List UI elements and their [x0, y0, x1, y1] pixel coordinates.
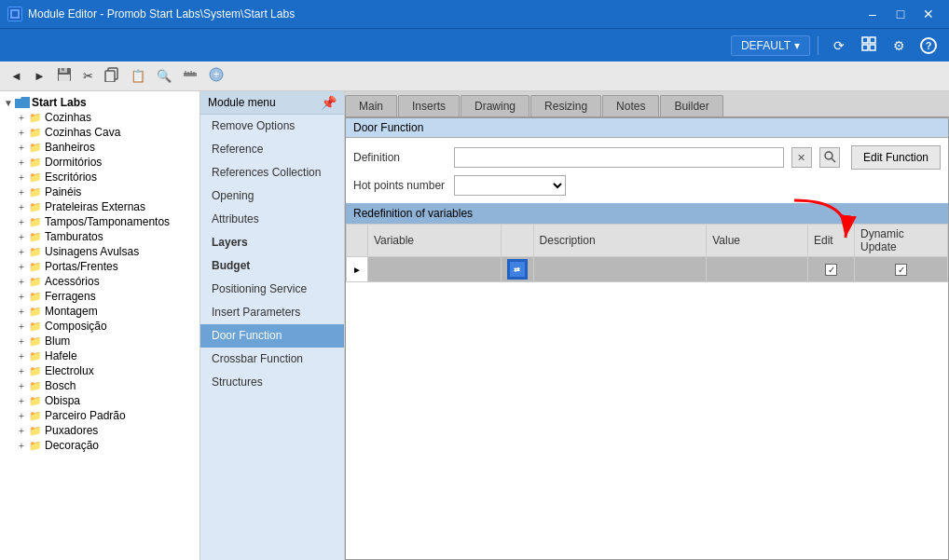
list-item[interactable]: + 📁 Puxadores	[0, 423, 199, 438]
clear-definition-button[interactable]: ✕	[791, 147, 812, 168]
tree-toggle[interactable]: +	[15, 305, 28, 318]
back-button[interactable]: ◄	[6, 65, 27, 88]
menu-item-positioning-service[interactable]: Positioning Service	[200, 278, 344, 301]
tree-toggle[interactable]: +	[15, 215, 28, 228]
tree-toggle[interactable]: +	[15, 141, 28, 154]
close-button[interactable]: ✕	[915, 5, 942, 23]
tree-toggle[interactable]: +	[15, 275, 28, 288]
paste-button[interactable]: 📋	[126, 65, 150, 88]
tree-toggle[interactable]: +	[15, 126, 28, 139]
add-button[interactable]: +	[204, 65, 228, 88]
edit-function-button[interactable]: Edit Function	[851, 145, 941, 170]
list-item[interactable]: + 📁 Ferragens	[0, 289, 199, 304]
tree-toggle[interactable]: +	[15, 200, 28, 213]
tab-drawing[interactable]: Drawing	[461, 95, 530, 116]
save-button[interactable]	[52, 65, 76, 88]
menu-item-layers[interactable]: Layers	[200, 231, 344, 254]
tree-toggle[interactable]: +	[15, 320, 28, 333]
copy-button[interactable]	[100, 65, 124, 88]
browse-definition-button[interactable]	[819, 147, 840, 168]
list-item[interactable]: + 📁 Escritórios	[0, 170, 199, 184]
tree-toggle[interactable]: +	[15, 439, 28, 452]
list-item[interactable]: + 📁 Electrolux	[0, 363, 199, 378]
refresh-button[interactable]: ⟳	[826, 34, 852, 58]
pin-icon[interactable]: 📌	[321, 95, 337, 110]
tab-main[interactable]: Main	[345, 95, 397, 116]
tree-toggle[interactable]: +	[15, 409, 28, 422]
edit-checkbox[interactable]	[825, 264, 837, 276]
tab-resizing[interactable]: Resizing	[530, 95, 601, 116]
list-item[interactable]: + 📁 Bosch	[0, 378, 199, 393]
menu-item-attributes[interactable]: Attributes	[200, 208, 344, 231]
list-item[interactable]: + 📁 Tamburatos	[0, 229, 199, 244]
menu-item-references-collection[interactable]: References Collection	[200, 161, 344, 184]
grid-icon	[861, 36, 876, 54]
list-item[interactable]: + 📁 Hafele	[0, 348, 199, 363]
search-button[interactable]: 🔍	[152, 65, 176, 88]
menu-item-door-function[interactable]: Door Function	[200, 324, 344, 348]
list-item[interactable]: + 📁 Montagem	[0, 304, 199, 319]
list-item[interactable]: + 📁 Blum	[0, 334, 199, 348]
tree-toggle[interactable]: +	[15, 349, 28, 362]
tree-toggle[interactable]: +	[15, 245, 28, 258]
default-dropdown-button[interactable]: DEFAULT ▾	[731, 35, 810, 56]
tree-toggle[interactable]: +	[15, 335, 28, 348]
menu-item-structures[interactable]: Structures	[200, 371, 344, 394]
list-item[interactable]: + 📁 Cozinhas Cava	[0, 125, 199, 140]
maximize-button[interactable]: □	[887, 5, 914, 23]
list-item[interactable]: + 📁 Prateleiras Externas	[0, 199, 199, 214]
hotpoints-select[interactable]	[454, 175, 566, 196]
list-item[interactable]: + 📁 Composição	[0, 319, 199, 334]
tree-toggle[interactable]: +	[15, 290, 28, 303]
cut-button[interactable]: ✂	[78, 65, 98, 88]
tree-toggle[interactable]: +	[15, 260, 28, 273]
tree-toggle[interactable]: +	[15, 424, 28, 437]
menu-item-crossbar-function[interactable]: Crossbar Function	[200, 348, 344, 371]
tree-toggle[interactable]: +	[15, 171, 28, 184]
list-item[interactable]: + 📁 Dormitórios	[0, 155, 199, 170]
tree-root-item[interactable]: ▼ Start Labs	[0, 95, 199, 110]
measure-button[interactable]	[178, 65, 202, 88]
menu-item-reference[interactable]: Reference	[200, 138, 344, 161]
left-panel: ▼ Start Labs + 📁 Cozinhas + 📁 Cozinhas C…	[0, 91, 200, 560]
tree-item-label: Dormitórios	[45, 156, 102, 169]
tree-toggle[interactable]: +	[15, 394, 28, 407]
tree-toggle[interactable]: +	[15, 185, 28, 198]
help-button[interactable]: ?	[915, 34, 942, 58]
folder-icon: 📁	[28, 260, 43, 273]
list-item[interactable]: + 📁 Portas/Frentes	[0, 259, 199, 274]
menu-item-opening[interactable]: Opening	[200, 184, 344, 208]
list-item[interactable]: + 📁 Decoração	[0, 438, 199, 453]
menu-item-budget[interactable]: Budget	[200, 254, 344, 278]
list-item[interactable]: + 📁 Tampos/Tamponamentos	[0, 214, 199, 229]
list-item[interactable]: + 📁 Acessórios	[0, 274, 199, 289]
tree-toggle[interactable]: +	[15, 364, 28, 377]
list-item[interactable]: + 📁 Painéis	[0, 184, 199, 199]
list-item[interactable]: + 📁 Banheiros	[0, 140, 199, 155]
settings-button[interactable]: ⚙	[886, 34, 912, 58]
tab-builder[interactable]: Builder	[660, 95, 722, 116]
list-item[interactable]: + 📁 Usinagens Avulsas	[0, 244, 199, 259]
list-item[interactable]: + 📁 Parceiro Padrão	[0, 408, 199, 423]
list-item[interactable]: + 📁 Cozinhas	[0, 110, 199, 125]
tree-toggle[interactable]: +	[15, 230, 28, 243]
svg-text:+: +	[213, 68, 219, 81]
tab-notes[interactable]: Notes	[602, 95, 659, 116]
menu-item-remove-options[interactable]: Remove Options	[200, 115, 344, 138]
menu-item-insert-parameters[interactable]: Insert Parameters	[200, 301, 344, 324]
list-item[interactable]: + 📁 Obispa	[0, 393, 199, 408]
tree-toggle-root[interactable]: ▼	[2, 96, 15, 109]
definition-input[interactable]	[454, 147, 784, 168]
tree-item-label: Obispa	[45, 394, 80, 407]
forward-button[interactable]: ►	[29, 65, 50, 88]
grid-button[interactable]	[856, 34, 882, 58]
edit-checkbox-cell	[808, 257, 855, 282]
tab-inserts[interactable]: Inserts	[398, 95, 460, 116]
folder-icon: 📁	[28, 141, 43, 154]
tree-toggle[interactable]: +	[15, 379, 28, 392]
tree-toggle[interactable]: +	[15, 156, 28, 169]
dynamic-update-checkbox[interactable]	[895, 264, 907, 276]
minimize-button[interactable]: –	[860, 5, 886, 23]
svg-rect-6	[870, 45, 875, 50]
tree-toggle[interactable]: +	[15, 111, 28, 124]
